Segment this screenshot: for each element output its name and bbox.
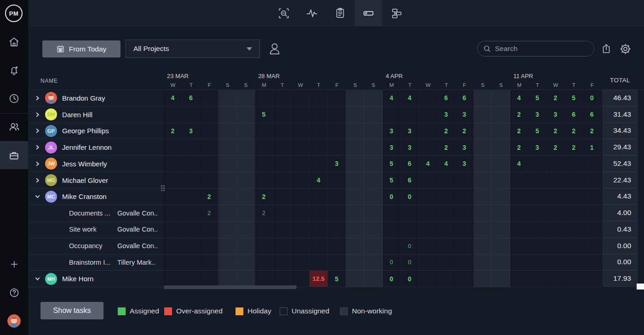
allocation-cell[interactable]	[474, 255, 492, 271]
allocation-cell[interactable]	[291, 123, 310, 140]
allocation-cell[interactable]	[565, 238, 583, 255]
allocation-cell[interactable]: 3	[437, 107, 455, 123]
allocation-cell[interactable]	[364, 107, 383, 123]
allocation-cell[interactable]	[419, 271, 437, 287]
work-briefcase-icon[interactable]	[0, 145, 28, 166]
allocation-cell[interactable]	[255, 90, 273, 107]
allocation-cell[interactable]	[273, 156, 292, 172]
allocation-cell[interactable]	[346, 221, 364, 238]
allocation-cell[interactable]: 4	[383, 90, 401, 107]
sitemap-icon[interactable]	[383, 0, 410, 26]
allocation-cell[interactable]	[474, 107, 492, 123]
allocation-cell[interactable]	[492, 90, 510, 107]
allocation-cell[interactable]	[273, 172, 292, 189]
allocation-cell[interactable]	[364, 238, 383, 255]
allocation-cell[interactable]	[583, 172, 601, 189]
allocation-cell[interactable]	[182, 255, 201, 271]
allocation-cell[interactable]	[510, 221, 529, 238]
allocation-cell[interactable]	[218, 255, 237, 271]
allocation-cell[interactable]	[310, 255, 328, 271]
user-avatar[interactable]	[7, 314, 21, 328]
allocation-cell[interactable]: 4	[510, 90, 529, 107]
allocation-cell[interactable]	[164, 271, 182, 287]
allocation-cell[interactable]	[164, 221, 182, 238]
allocation-cell[interactable]	[273, 221, 292, 238]
allocation-cell[interactable]: 2	[455, 123, 474, 140]
allocation-cell[interactable]	[474, 205, 492, 221]
allocation-cell[interactable]: 2	[583, 123, 601, 140]
allocation-cell[interactable]	[164, 255, 182, 271]
allocation-cell[interactable]: 5	[565, 90, 583, 107]
allocation-cell[interactable]	[218, 238, 237, 255]
activity-icon[interactable]	[298, 0, 326, 26]
allocation-cell[interactable]	[164, 238, 182, 255]
allocation-cell[interactable]: 4	[419, 156, 437, 172]
allocation-cell[interactable]	[583, 205, 601, 221]
allocation-cell[interactable]	[419, 238, 437, 255]
allocation-cell[interactable]	[565, 255, 583, 271]
allocation-cell[interactable]	[346, 189, 364, 205]
allocation-cell[interactable]	[419, 205, 437, 221]
allocation-cell[interactable]	[328, 123, 346, 140]
allocation-cell[interactable]	[437, 255, 455, 271]
allocation-cell[interactable]	[364, 205, 383, 221]
person-name-cell[interactable]: MCMike Cranston	[28, 189, 164, 205]
allocation-cell[interactable]: 2	[565, 123, 583, 140]
allocation-cell[interactable]	[218, 90, 237, 107]
allocation-cell[interactable]	[291, 156, 310, 172]
allocation-cell[interactable]	[182, 156, 201, 172]
allocation-cell[interactable]	[328, 255, 346, 271]
allocation-cell[interactable]	[474, 123, 492, 140]
allocation-cell[interactable]: 0	[383, 255, 401, 271]
clipboard-icon[interactable]	[326, 0, 354, 26]
allocation-cell[interactable]	[401, 205, 419, 221]
allocation-cell[interactable]: 3	[328, 156, 346, 172]
allocation-cell[interactable]	[474, 238, 492, 255]
allocation-cell[interactable]	[364, 221, 383, 238]
allocation-cell[interactable]	[546, 271, 565, 287]
allocation-cell[interactable]	[474, 189, 492, 205]
allocation-cell[interactable]	[237, 156, 255, 172]
allocation-cell[interactable]: 5	[529, 123, 547, 140]
allocation-cell[interactable]	[455, 255, 474, 271]
allocation-cell[interactable]	[419, 172, 437, 189]
allocation-cell[interactable]: 6	[401, 172, 419, 189]
zoom-preview-icon[interactable]	[270, 0, 298, 26]
allocation-cell[interactable]	[237, 221, 255, 238]
settings-gear-icon[interactable]	[617, 42, 633, 56]
allocation-cell[interactable]: 12.5	[310, 271, 328, 287]
horizontal-scrollbar-thumb[interactable]	[164, 285, 297, 289]
chevron-down-icon[interactable]	[34, 276, 40, 282]
allocation-cell[interactable]	[529, 221, 547, 238]
allocation-cell[interactable]: 4	[510, 156, 529, 172]
chevron-right-icon[interactable]	[34, 112, 40, 118]
allocation-cell[interactable]	[200, 139, 218, 156]
allocation-cell[interactable]	[328, 107, 346, 123]
allocation-cell[interactable]	[437, 189, 455, 205]
allocation-cell[interactable]: 3	[401, 139, 419, 156]
allocation-cell[interactable]	[583, 221, 601, 238]
allocation-cell[interactable]	[565, 189, 583, 205]
allocation-cell[interactable]: 4	[310, 172, 328, 189]
allocation-cell[interactable]	[182, 172, 201, 189]
allocation-cell[interactable]	[364, 255, 383, 271]
allocation-cell[interactable]	[291, 139, 310, 156]
notifications-bell-icon[interactable]	[0, 60, 28, 81]
allocation-cell[interactable]: 3	[455, 107, 474, 123]
allocation-cell[interactable]	[419, 139, 437, 156]
allocation-cell[interactable]	[437, 205, 455, 221]
allocation-cell[interactable]: 2	[510, 107, 529, 123]
allocation-cell[interactable]: 3	[546, 107, 565, 123]
allocation-cell[interactable]	[492, 271, 510, 287]
allocation-cell[interactable]	[492, 205, 510, 221]
allocation-cell[interactable]	[583, 189, 601, 205]
allocation-cell[interactable]	[492, 189, 510, 205]
allocation-cell[interactable]	[419, 255, 437, 271]
allocation-cell[interactable]	[200, 221, 218, 238]
allocation-cell[interactable]	[364, 189, 383, 205]
chevron-right-icon[interactable]	[34, 95, 40, 101]
allocation-cell[interactable]: 5	[255, 107, 273, 123]
allocation-cell[interactable]: 6	[583, 107, 601, 123]
allocation-cell[interactable]	[346, 123, 364, 140]
allocation-cell[interactable]	[255, 271, 273, 287]
